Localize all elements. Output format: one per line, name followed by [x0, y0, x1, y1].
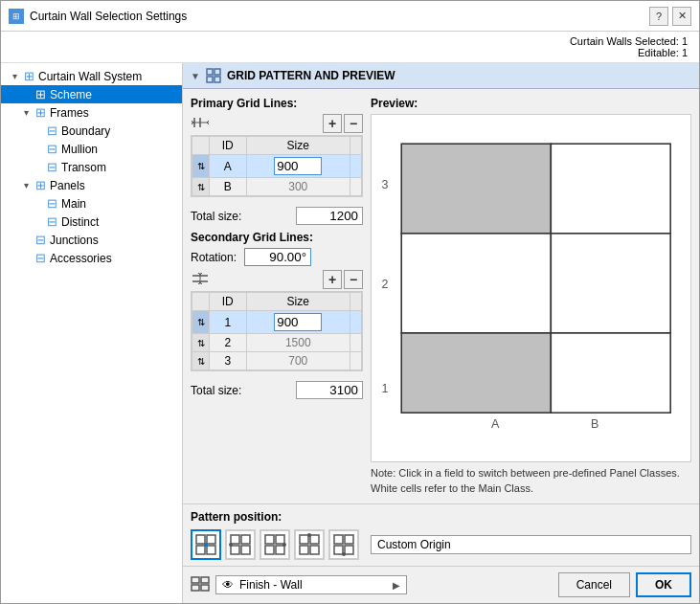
primary-row-a[interactable]: ⇅ A: [192, 155, 362, 178]
primary-remove-button[interactable]: −: [344, 114, 363, 133]
svg-text:B: B: [591, 417, 598, 431]
expand-icon: ▾: [12, 71, 24, 81]
svg-point-53: [342, 552, 346, 556]
footer-left: 👁 Finish - Wall ▶: [191, 575, 407, 594]
sidebar-item-curtain-wall-system[interactable]: ▾ ⊞ Curtain Wall System: [1, 67, 182, 85]
top-info: Curtain Walls Selected: 1 Editable: 1: [1, 32, 699, 63]
svg-rect-2: [207, 77, 213, 82]
sidebar-label: Junctions: [50, 234, 99, 247]
secondary-col-id: ID: [210, 293, 247, 311]
svg-rect-23: [401, 144, 551, 234]
primary-grid-controls: + −: [191, 114, 363, 133]
sidebar-label: Main: [61, 197, 86, 211]
primary-add-button[interactable]: +: [323, 114, 342, 133]
right-panel: ▼ GRID PATTERN AND PREVIEW: [183, 63, 699, 603]
sidebar-item-frames[interactable]: ▾ ⊞ Frames: [1, 103, 182, 122]
pattern-icon-btn-2[interactable]: [225, 529, 256, 560]
curtain-walls-selected: Curtain Walls Selected: 1: [12, 35, 688, 47]
secondary-id-2: 2: [210, 334, 247, 352]
svg-text:A: A: [491, 417, 500, 431]
pattern-icon-btn-5[interactable]: [328, 529, 359, 560]
sidebar-item-junctions[interactable]: ⊟ Junctions: [1, 231, 182, 249]
expand-icon: ▾: [24, 107, 35, 118]
finish-grid-icon: [191, 576, 210, 594]
pattern-position-title: Pattern position:: [191, 510, 691, 524]
finish-dropdown[interactable]: 👁 Finish - Wall ▶: [215, 575, 407, 594]
row-ctrl-3[interactable]: ⇅: [192, 352, 210, 370]
pattern-text-input[interactable]: [371, 535, 691, 554]
secondary-row-2[interactable]: ⇅ 2 1500: [192, 334, 362, 352]
svg-text:2: 2: [381, 278, 388, 291]
rotation-row: Rotation:: [191, 248, 363, 266]
section-header: ▼ GRID PATTERN AND PREVIEW: [183, 63, 699, 89]
sidebar-label: Distinct: [61, 215, 99, 229]
secondary-row-1[interactable]: ⇅ 1: [192, 311, 362, 334]
sidebar-item-mullion[interactable]: ⊟ Mullion: [1, 140, 182, 158]
primary-id-a: A: [210, 155, 247, 178]
preview-area[interactable]: 3 2 1 A B: [371, 114, 691, 462]
tree-node-icon: ⊟: [47, 142, 57, 156]
svg-rect-28: [551, 333, 670, 413]
close-button[interactable]: ✕: [672, 7, 691, 26]
secondary-total-row: Total size:: [191, 381, 363, 399]
sidebar-item-boundary[interactable]: ⊟ Boundary: [1, 122, 182, 140]
help-button[interactable]: ?: [649, 7, 668, 26]
sidebar-item-main[interactable]: ⊟ Main: [1, 194, 182, 213]
svg-rect-0: [207, 69, 213, 75]
primary-grid-section: Primary Grid Lines:: [191, 97, 363, 197]
sidebar-label: Scheme: [50, 88, 92, 101]
tree-node-icon: ⊟: [35, 251, 46, 265]
secondary-grid-table-container: ID Size ⇅ 1: [191, 291, 363, 371]
row-ctrl-2[interactable]: ⇅: [192, 334, 210, 352]
svg-text:3: 3: [381, 178, 388, 191]
secondary-grid-icon: [191, 272, 210, 288]
finish-dropdown-arrow: ▶: [393, 580, 400, 591]
tree-node-icon: ⊟: [47, 123, 57, 138]
titlebar-left: ⊞ Curtain Wall Selection Settings: [9, 9, 187, 24]
secondary-remove-button[interactable]: −: [344, 270, 363, 289]
right-column: Preview: 3 2 1 A B: [371, 97, 691, 496]
pattern-icons-row: [191, 529, 691, 560]
svg-rect-49: [334, 535, 343, 544]
svg-rect-47: [310, 546, 319, 554]
secondary-size-1[interactable]: [246, 311, 350, 334]
svg-point-48: [307, 533, 311, 537]
pattern-icon-btn-1[interactable]: [191, 529, 221, 560]
pattern-icon-btn-4[interactable]: [294, 529, 325, 560]
secondary-row-3[interactable]: ⇅ 3 700: [192, 352, 362, 370]
row-ctrl-a[interactable]: ⇅: [192, 155, 210, 178]
eye-icon: 👁: [222, 578, 234, 592]
main-window: ⊞ Curtain Wall Selection Settings ? ✕ Cu…: [0, 0, 700, 604]
sidebar-label: Frames: [50, 106, 89, 120]
ok-button[interactable]: OK: [636, 572, 691, 597]
svg-rect-24: [551, 144, 670, 234]
sidebar-item-panels[interactable]: ▾ ⊞ Panels: [1, 176, 182, 194]
tree-node-icon: ⊟: [47, 196, 57, 211]
row-ctrl-1[interactable]: ⇅: [192, 311, 210, 334]
sidebar-item-accessories[interactable]: ⊟ Accessories: [1, 249, 182, 267]
primary-size-a[interactable]: [246, 155, 350, 178]
sidebar-item-transom[interactable]: ⊟ Transom: [1, 158, 182, 176]
secondary-grid-buttons: + −: [323, 270, 363, 289]
row-ctrl-b[interactable]: ⇅: [192, 178, 210, 196]
titlebar: ⊞ Curtain Wall Selection Settings ? ✕: [1, 1, 699, 32]
svg-rect-55: [201, 577, 209, 583]
tree-node-icon: ⊟: [35, 233, 46, 247]
primary-total-row: Total size:: [191, 207, 363, 225]
primary-row-b[interactable]: ⇅ B 300: [192, 178, 362, 196]
primary-grid-title: Primary Grid Lines:: [191, 97, 363, 110]
preview-note: Note: Click in a field to switch between…: [371, 466, 691, 496]
svg-rect-41: [265, 546, 274, 554]
primary-col-size: Size: [246, 137, 350, 155]
svg-rect-1: [215, 69, 220, 75]
sidebar-item-scheme[interactable]: ⊞ Scheme: [1, 85, 182, 103]
primary-total-label: Total size:: [191, 210, 241, 223]
primary-total-input[interactable]: [296, 207, 363, 225]
sidebar-item-distinct[interactable]: ⊟ Distinct: [1, 213, 182, 231]
secondary-total-input[interactable]: [296, 381, 363, 399]
secondary-add-button[interactable]: +: [323, 270, 342, 289]
pattern-icon-btn-3[interactable]: [260, 529, 290, 560]
cancel-button[interactable]: Cancel: [558, 572, 630, 597]
rotation-input[interactable]: [244, 248, 311, 266]
collapse-arrow-icon[interactable]: ▼: [191, 71, 200, 81]
